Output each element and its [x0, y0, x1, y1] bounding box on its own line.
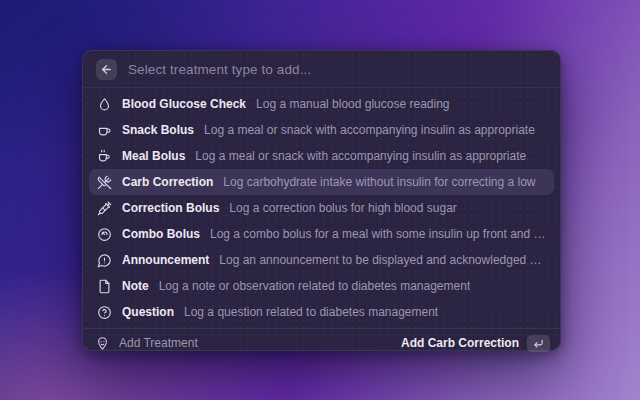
item-description: Log a meal or snack with accompanying in…: [204, 123, 535, 137]
item-description: Log a combo bolus for a meal with some i…: [210, 227, 546, 241]
add-carb-correction-button[interactable]: Add Carb Correction: [401, 335, 550, 352]
item-name: Announcement: [122, 253, 209, 267]
palette-header: Select treatment type to add...: [83, 51, 560, 88]
arrow-left-icon: [100, 63, 113, 76]
item-name: Question: [122, 305, 174, 319]
back-button[interactable]: [96, 59, 117, 80]
item-description: Log carbohydrate intake without insulin …: [223, 175, 535, 189]
item-description: Log an announcement to be displayed and …: [219, 253, 546, 267]
item-name: Blood Glucose Check: [122, 97, 246, 111]
question-circle-icon: [97, 305, 112, 320]
list-item-note[interactable]: Note Log a note or observation related t…: [89, 273, 554, 299]
list-item-snack-bolus[interactable]: Snack Bolus Log a meal or snack with acc…: [89, 117, 554, 143]
utensils-crossed-icon: [97, 175, 112, 190]
list-item-meal-bolus[interactable]: Meal Bolus Log a meal or snack with acco…: [89, 143, 554, 169]
steaming-cup-icon: [97, 149, 112, 164]
syringe-icon: [97, 201, 112, 216]
item-description: Log a meal or snack with accompanying in…: [195, 149, 526, 163]
droplet-icon: [97, 97, 112, 112]
message-alert-icon: [97, 253, 112, 268]
list-item-correction-bolus[interactable]: Correction Bolus Log a correction bolus …: [89, 195, 554, 221]
enter-key-icon[interactable]: [527, 335, 550, 352]
gauge-circle-icon: [97, 227, 112, 242]
list-item-announcement[interactable]: Announcement Log an announcement to be d…: [89, 247, 554, 273]
list-item-carb-correction[interactable]: Carb Correction Log carbohydrate intake …: [89, 169, 554, 195]
list-item-combo-bolus[interactable]: Combo Bolus Log a combo bolus for a meal…: [89, 221, 554, 247]
item-name: Meal Bolus: [122, 149, 185, 163]
item-name: Correction Bolus: [122, 201, 219, 215]
cup-icon: [97, 123, 112, 138]
item-description: Log a question related to diabetes manag…: [184, 305, 438, 319]
treatment-search-input[interactable]: Select treatment type to add...: [128, 62, 311, 77]
nightscout-owl-icon: [95, 336, 110, 351]
treatment-type-palette: Select treatment type to add... Blood Gl…: [82, 50, 561, 351]
list-item-question[interactable]: Question Log a question related to diabe…: [89, 299, 554, 325]
item-name: Note: [122, 279, 149, 293]
treatment-list: Blood Glucose Check Log a manual blood g…: [83, 88, 560, 328]
item-description: Log a manual blood glucose reading: [256, 97, 449, 111]
item-name: Combo Bolus: [122, 227, 200, 241]
item-description: Log a correction bolus for high blood su…: [229, 201, 456, 215]
palette-footer: Add Treatment Add Carb Correction: [83, 328, 560, 357]
footer-app-label: Add Treatment: [119, 336, 198, 350]
list-item-blood-glucose-check[interactable]: Blood Glucose Check Log a manual blood g…: [89, 91, 554, 117]
file-icon: [97, 279, 112, 294]
item-description: Log a note or observation related to dia…: [159, 279, 471, 293]
item-name: Snack Bolus: [122, 123, 194, 137]
footer-action-label: Add Carb Correction: [401, 336, 519, 350]
item-name: Carb Correction: [122, 175, 213, 189]
